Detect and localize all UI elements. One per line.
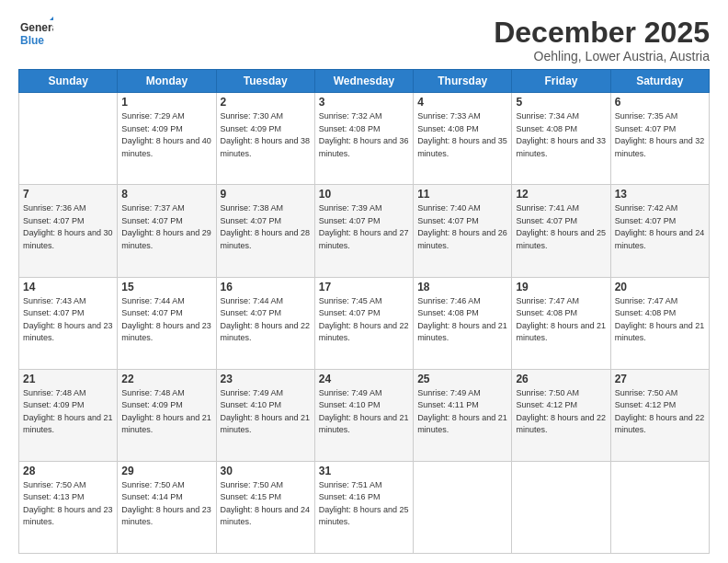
day-info: Sunrise: 7:49 AMSunset: 4:10 PMDaylight:…	[221, 387, 311, 437]
day-header-saturday: Saturday	[610, 70, 709, 93]
day-info: Sunrise: 7:47 AMSunset: 4:08 PMDaylight:…	[516, 295, 606, 345]
day-cell: 23 Sunrise: 7:49 AMSunset: 4:10 PMDaylig…	[216, 369, 314, 461]
day-info: Sunrise: 7:49 AMSunset: 4:11 PMDaylight:…	[417, 387, 507, 437]
day-header-tuesday: Tuesday	[216, 70, 314, 93]
day-cell: 25 Sunrise: 7:49 AMSunset: 4:11 PMDaylig…	[414, 369, 512, 461]
day-cell: 19 Sunrise: 7:47 AMSunset: 4:08 PMDaylig…	[512, 277, 610, 369]
week-row-5: 28 Sunrise: 7:50 AMSunset: 4:13 PMDaylig…	[19, 461, 710, 553]
calendar-table: SundayMondayTuesdayWednesdayThursdayFrid…	[18, 69, 710, 554]
day-number: 13	[615, 188, 705, 201]
day-number: 25	[417, 373, 507, 385]
day-info: Sunrise: 7:49 AMSunset: 4:10 PMDaylight:…	[319, 387, 409, 437]
day-cell: 24 Sunrise: 7:49 AMSunset: 4:10 PMDaylig…	[314, 369, 413, 461]
day-cell	[610, 461, 709, 553]
day-cell: 26 Sunrise: 7:50 AMSunset: 4:12 PMDaylig…	[512, 369, 610, 461]
week-row-2: 7 Sunrise: 7:36 AMSunset: 4:07 PMDayligh…	[19, 185, 710, 277]
day-number: 28	[23, 465, 113, 477]
day-info: Sunrise: 7:30 AMSunset: 4:09 PMDaylight:…	[221, 110, 311, 160]
day-info: Sunrise: 7:45 AMSunset: 4:07 PMDaylight:…	[319, 295, 409, 345]
page: General Blue December 2025 Oehling, Lowe…	[0, 0, 728, 563]
day-cell: 11 Sunrise: 7:40 AMSunset: 4:07 PMDaylig…	[414, 185, 512, 277]
day-number: 9	[221, 188, 311, 201]
day-info: Sunrise: 7:48 AMSunset: 4:09 PMDaylight:…	[121, 387, 211, 437]
day-number: 26	[516, 373, 606, 385]
day-cell: 13 Sunrise: 7:42 AMSunset: 4:07 PMDaylig…	[610, 185, 709, 277]
day-cell: 18 Sunrise: 7:46 AMSunset: 4:08 PMDaylig…	[414, 277, 512, 369]
week-row-4: 21 Sunrise: 7:48 AMSunset: 4:09 PMDaylig…	[19, 369, 710, 461]
day-cell: 15 Sunrise: 7:44 AMSunset: 4:07 PMDaylig…	[118, 277, 216, 369]
day-cell: 28 Sunrise: 7:50 AMSunset: 4:13 PMDaylig…	[19, 461, 118, 553]
day-cell: 10 Sunrise: 7:39 AMSunset: 4:07 PMDaylig…	[314, 185, 413, 277]
day-info: Sunrise: 7:37 AMSunset: 4:07 PMDaylight:…	[121, 202, 211, 252]
day-cell: 8 Sunrise: 7:37 AMSunset: 4:07 PMDayligh…	[118, 185, 216, 277]
logo-svg: General Blue	[18, 17, 53, 52]
day-number: 15	[121, 281, 211, 293]
day-cell: 4 Sunrise: 7:33 AMSunset: 4:08 PMDayligh…	[414, 93, 512, 185]
day-info: Sunrise: 7:34 AMSunset: 4:08 PMDaylight:…	[516, 110, 606, 160]
day-info: Sunrise: 7:50 AMSunset: 4:13 PMDaylight:…	[23, 479, 113, 529]
day-info: Sunrise: 7:38 AMSunset: 4:07 PMDaylight:…	[221, 202, 311, 252]
day-number: 12	[516, 188, 606, 201]
day-info: Sunrise: 7:50 AMSunset: 4:12 PMDaylight:…	[516, 387, 606, 437]
day-info: Sunrise: 7:48 AMSunset: 4:09 PMDaylight:…	[23, 387, 113, 437]
day-info: Sunrise: 7:44 AMSunset: 4:07 PMDaylight:…	[221, 295, 311, 345]
day-cell: 16 Sunrise: 7:44 AMSunset: 4:07 PMDaylig…	[216, 277, 314, 369]
day-cell: 27 Sunrise: 7:50 AMSunset: 4:12 PMDaylig…	[610, 369, 709, 461]
day-number: 17	[319, 281, 409, 293]
day-info: Sunrise: 7:41 AMSunset: 4:07 PMDaylight:…	[516, 202, 606, 252]
day-header-sunday: Sunday	[19, 70, 118, 93]
day-number: 19	[516, 281, 606, 293]
day-cell	[19, 93, 118, 185]
day-cell: 7 Sunrise: 7:36 AMSunset: 4:07 PMDayligh…	[19, 185, 118, 277]
day-header-wednesday: Wednesday	[314, 70, 413, 93]
day-number: 1	[121, 96, 211, 109]
day-cell: 14 Sunrise: 7:43 AMSunset: 4:07 PMDaylig…	[19, 277, 118, 369]
day-cell: 9 Sunrise: 7:38 AMSunset: 4:07 PMDayligh…	[216, 185, 314, 277]
day-number: 2	[221, 96, 311, 109]
day-cell: 12 Sunrise: 7:41 AMSunset: 4:07 PMDaylig…	[512, 185, 610, 277]
day-info: Sunrise: 7:46 AMSunset: 4:08 PMDaylight:…	[417, 295, 507, 345]
day-info: Sunrise: 7:32 AMSunset: 4:08 PMDaylight:…	[319, 110, 409, 160]
day-cell: 3 Sunrise: 7:32 AMSunset: 4:08 PMDayligh…	[314, 93, 413, 185]
day-cell: 22 Sunrise: 7:48 AMSunset: 4:09 PMDaylig…	[118, 369, 216, 461]
day-cell: 5 Sunrise: 7:34 AMSunset: 4:08 PMDayligh…	[512, 93, 610, 185]
subtitle: Oehling, Lower Austria, Austria	[494, 49, 710, 63]
header-row: SundayMondayTuesdayWednesdayThursdayFrid…	[19, 70, 710, 93]
day-number: 22	[121, 373, 211, 385]
day-header-friday: Friday	[512, 70, 610, 93]
day-cell	[512, 461, 610, 553]
day-header-monday: Monday	[118, 70, 216, 93]
day-cell: 1 Sunrise: 7:29 AMSunset: 4:09 PMDayligh…	[118, 93, 216, 185]
day-number: 24	[319, 373, 409, 385]
day-number: 10	[319, 188, 409, 201]
day-number: 14	[23, 281, 113, 293]
day-info: Sunrise: 7:50 AMSunset: 4:12 PMDaylight:…	[615, 387, 705, 437]
day-cell: 17 Sunrise: 7:45 AMSunset: 4:07 PMDaylig…	[314, 277, 413, 369]
day-cell: 30 Sunrise: 7:50 AMSunset: 4:15 PMDaylig…	[216, 461, 314, 553]
day-info: Sunrise: 7:33 AMSunset: 4:08 PMDaylight:…	[417, 110, 507, 160]
day-info: Sunrise: 7:39 AMSunset: 4:07 PMDaylight:…	[319, 202, 409, 252]
day-number: 3	[319, 96, 409, 109]
day-cell: 20 Sunrise: 7:47 AMSunset: 4:08 PMDaylig…	[610, 277, 709, 369]
day-number: 23	[221, 373, 311, 385]
day-number: 5	[516, 96, 606, 109]
day-info: Sunrise: 7:40 AMSunset: 4:07 PMDaylight:…	[417, 202, 507, 252]
day-number: 27	[615, 373, 705, 385]
title-block: December 2025 Oehling, Lower Austria, Au…	[494, 17, 710, 63]
day-cell: 21 Sunrise: 7:48 AMSunset: 4:09 PMDaylig…	[19, 369, 118, 461]
day-info: Sunrise: 7:42 AMSunset: 4:07 PMDaylight:…	[615, 202, 705, 252]
day-number: 30	[221, 465, 311, 477]
day-number: 16	[221, 281, 311, 293]
svg-marker-1	[50, 17, 53, 20]
month-title: December 2025	[494, 17, 710, 49]
day-number: 11	[417, 188, 507, 201]
day-info: Sunrise: 7:44 AMSunset: 4:07 PMDaylight:…	[121, 295, 211, 345]
day-number: 31	[319, 465, 409, 477]
day-cell: 2 Sunrise: 7:30 AMSunset: 4:09 PMDayligh…	[216, 93, 314, 185]
day-info: Sunrise: 7:50 AMSunset: 4:14 PMDaylight:…	[121, 479, 211, 529]
day-number: 18	[417, 281, 507, 293]
day-number: 29	[121, 465, 211, 477]
week-row-1: 1 Sunrise: 7:29 AMSunset: 4:09 PMDayligh…	[19, 93, 710, 185]
header: General Blue December 2025 Oehling, Lowe…	[18, 17, 710, 63]
day-number: 20	[615, 281, 705, 293]
